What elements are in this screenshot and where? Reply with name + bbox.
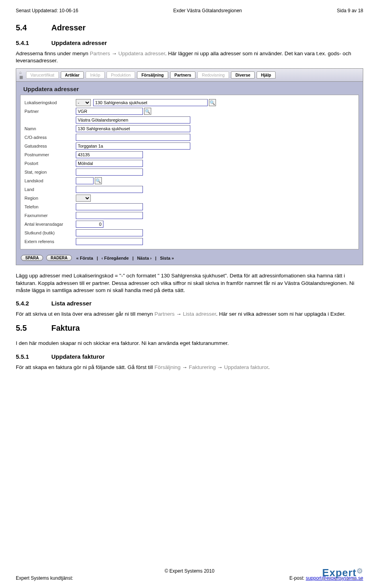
bottom-bar: SPARA RADERA « Första | ‹ Föregående | N… [16,253,363,265]
record-nav: « Första | ‹ Föregående | Nästa › | Sist… [75,256,175,260]
nav-next[interactable]: Nästa › [136,256,153,260]
tab-redovisning[interactable]: Redovisning [197,71,229,79]
heading-5-4-1-num: 5.4.1 [16,39,51,46]
select-lokaliseringskod[interactable]: - [76,99,91,106]
heading-5-4-1: 5.4.1Uppdatera adresser [16,39,363,46]
tab-försäljning[interactable]: Försäljning [137,71,168,79]
input-namn[interactable] [76,125,190,132]
label-co: C/O-adress [24,135,76,140]
nav-first[interactable]: « Första [75,256,94,260]
row-fax: Faxnummer [24,211,355,220]
heading-5-4-2-title: Lista adresser [51,300,92,307]
input-partner-name[interactable] [76,116,190,124]
tab-varucertifikat[interactable]: Varucertifikat [26,71,59,79]
input-land[interactable] [76,186,143,193]
paragraph-5-5-1: För att skapa en faktura gör ni på följa… [16,364,363,371]
menu-ref-uppdatera-fakturor: Uppdatera fakturor [224,364,268,370]
row-region: Region [24,194,355,202]
input-gatuadress[interactable] [76,142,190,150]
menu-ref-fakturering: Fakturering [189,364,216,370]
tabs: VarucertifikatArtiklarInköpProduktionFör… [26,71,276,79]
row-namn: Namn [24,124,355,133]
label-slutkund: Slutkund (butik) [24,230,76,235]
select-region[interactable] [76,195,91,202]
tab-produktion[interactable]: Produktion [107,71,135,79]
label-lokaliseringskod: Lokaliseringskod [24,100,76,105]
page-footer: © Expert Systems 2010 Expert Systems kun… [16,568,363,581]
tab-artiklar[interactable]: Artiklar [61,71,84,79]
input-extref[interactable] [76,238,143,245]
input-stat[interactable] [76,169,143,176]
input-co[interactable] [76,134,190,141]
menu-ref-partners: Partners [90,51,110,56]
row-stat: Stat, region [24,168,355,176]
label-fax: Faxnummer [24,213,76,218]
label-land: Land [24,187,76,192]
label-levdagar: Antal leveransdagar [24,222,76,227]
text: Adresserna finns under menyn [16,51,90,56]
input-postnummer[interactable] [76,151,143,158]
tab-partners[interactable]: Partners [170,71,196,79]
home-icon[interactable]: ⌂ [19,71,23,75]
search-icon[interactable]: 🔍 [209,99,216,106]
input-levdagar[interactable] [76,221,103,228]
search-icon[interactable]: 🔍 [144,108,151,115]
nav-last[interactable]: Sista » [159,256,175,260]
menu-ref-partners: Partners [154,311,174,317]
label-gatuadress: Gatuadress [24,144,76,148]
footer-copyright: © Expert Systems 2010 [16,568,363,574]
tab-inköp[interactable]: Inköp [86,71,105,79]
label-partner: Partner [24,109,76,114]
header-left: Senast Uppdaterad: 10-06-16 [16,8,78,13]
heading-5-5-1: 5.5.1Uppdatera fakturor [16,353,363,360]
header-center: Exder Västra Götalandsregionen [173,8,242,13]
nav-sep: | [130,256,136,260]
label-region: Region [24,196,76,200]
heading-5-4: 5.4Adresser [16,23,363,32]
nav-sep: | [94,256,100,260]
heading-5-5: 5.5Faktura [16,324,363,333]
label-stat: Stat, region [24,170,76,174]
label-postort: Postort [24,161,76,166]
menu-ref-uppdatera-adresser: Uppdatera adresser [118,51,165,56]
arrow-icon: → [110,51,118,56]
arrow-icon: → [174,311,183,317]
label-landskod: Landskod [24,178,76,183]
arrow-icon: → [216,364,224,370]
radera-button[interactable]: RADERA [46,255,72,261]
search-icon[interactable]: 🔍 [95,177,102,184]
nav-prev[interactable]: ‹ Föregående [100,256,130,260]
input-postort[interactable] [76,160,143,167]
text: För att skriva ut en lista över era adre… [16,311,154,317]
input-landskod[interactable] [76,177,94,184]
nav-sep: | [153,256,159,260]
grid-icon[interactable]: ▦ [19,75,23,79]
row-gatuadress: Gatuadress [24,142,355,150]
input-lokaliseringskod[interactable] [93,99,208,106]
row-slutkund: Slutkund (butik) [24,228,355,237]
heading-5-5-num: 5.5 [16,324,51,333]
heading-5-4-title: Adresser [51,23,86,32]
row-postort: Postort [24,159,355,168]
input-telefon[interactable] [76,203,143,210]
form-area: Lokaliseringskod - 🔍 Partner 🔍 Namn C/O-… [20,95,359,249]
input-slutkund[interactable] [76,229,143,236]
tab-hjälp[interactable]: Hjälp [257,71,276,79]
heading-5-4-num: 5.4 [16,23,51,32]
input-partner-code[interactable] [76,108,143,115]
tab-diverse[interactable]: Diverse [231,71,255,79]
text: . [268,364,270,370]
label-namn: Namn [24,126,76,131]
input-fax[interactable] [76,212,143,219]
gear-icon: ⚙ [356,567,363,575]
label-extref: Extern referens [24,239,76,244]
row-landskod: Landskod 🔍 [24,176,355,185]
logo: Expert⚙ S Y S T E M S [322,567,363,581]
heading-5-4-1-title: Uppdatera adresser [51,39,107,46]
spara-button[interactable]: SPARA [21,255,43,261]
text: . Här ser ni vilka adresser som ni har u… [216,311,345,317]
paragraph-5-5: I den här modulen skapar ni och skickar … [16,340,363,347]
heading-5-4-2: 5.4.2Lista adresser [16,300,363,307]
app-toolbar: ⌂ ▦ VarucertifikatArtiklarInköpProduktio… [16,69,363,82]
heading-5-4-2-num: 5.4.2 [16,300,51,307]
